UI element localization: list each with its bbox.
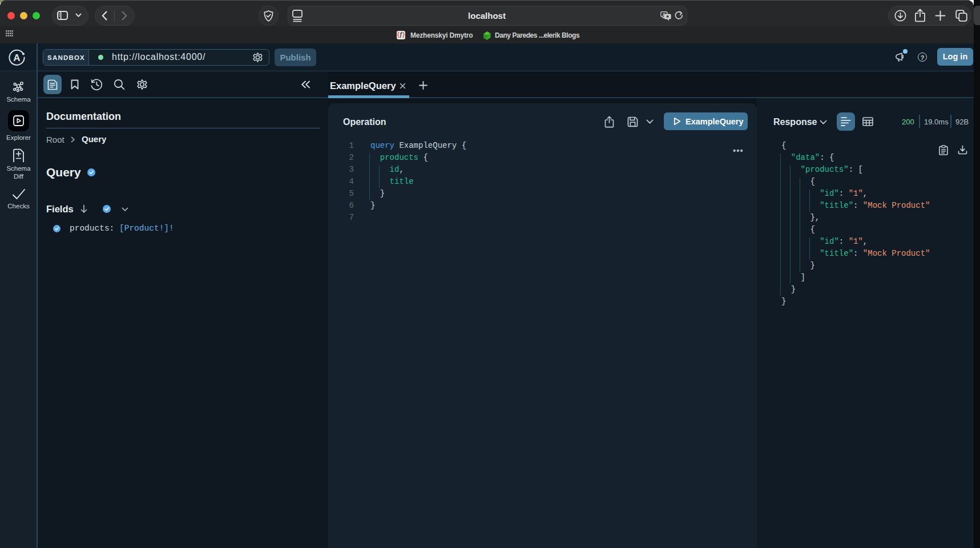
svg-text:A: A [13,53,20,63]
svg-text:✶: ✶ [666,14,670,19]
